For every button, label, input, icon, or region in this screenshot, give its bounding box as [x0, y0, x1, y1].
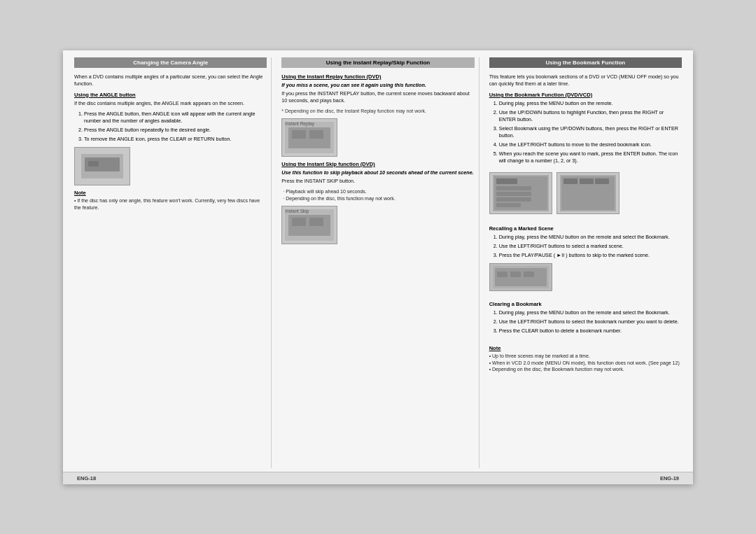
col3-clear-step-3: Press the CLEAR button to delete a bookm… — [499, 328, 682, 335]
col1-steps: Press the ANGLE button, then ANGLE icon … — [84, 111, 267, 143]
svg-rect-20 — [564, 178, 578, 184]
col3-clear-step-1: During play, press the MENU button on th… — [499, 309, 682, 316]
col3-menu-graphic — [493, 175, 549, 211]
col3-note-section: Note • Up to three scenes may be marked … — [489, 345, 682, 373]
col1-angle-heading: Using the ANGLE button — [74, 92, 267, 98]
svg-rect-15 — [496, 192, 531, 196]
svg-rect-14 — [496, 186, 531, 190]
col1-screen-image — [74, 147, 130, 185]
col2-skip-bold: Use this function to skip playback about… — [281, 169, 474, 176]
svg-rect-25 — [497, 272, 507, 277]
col3-clear-section: Clearing a Bookmark During play, press t… — [489, 297, 682, 338]
svg-rect-13 — [496, 178, 517, 184]
col1-note-section: Note • If the disc has only one angle, t… — [74, 190, 267, 211]
svg-rect-26 — [510, 272, 521, 277]
col3-recall-step-3: Press the PLAY/PAUSE ( ►II ) buttons to … — [499, 252, 682, 259]
column-3: Using the Bookmark Function This feature… — [485, 57, 686, 468]
svg-rect-6 — [309, 130, 323, 139]
manual-page: Changing the Camera Angle When a DVD con… — [63, 50, 693, 484]
svg-rect-5 — [292, 130, 306, 139]
col3-intro: This feature lets you bookmark sections … — [489, 73, 682, 87]
col3-note-bullet-3: • Depending on the disc, the Bookmark fu… — [489, 366, 682, 373]
svg-rect-22 — [595, 178, 609, 184]
content-area: Changing the Camera Angle When a DVD con… — [63, 50, 693, 472]
col3-recall-graphic — [493, 266, 549, 288]
footer-right: ENG-19 — [660, 475, 679, 482]
col3-note-bullet-2: • When in VCD 2.0 mode (MENU ON mode), t… — [489, 360, 682, 367]
col3-step-2: Use the UP/DOWN buttons to highlight Fun… — [499, 109, 682, 123]
col2-replay-text: If you press the INSTANT REPLAY button, … — [281, 90, 474, 104]
column-2: Using the Instant Replay/Skip Function U… — [277, 57, 479, 468]
col1-step-3: To remove the ANGLE icon, press the CLEA… — [84, 136, 267, 143]
col3-bookmark-select-image — [556, 172, 620, 214]
col2-skip-dash2: · Depending on the disc, this function m… — [281, 195, 474, 202]
col3-bookmark-steps: During play, press the MENU button on th… — [499, 100, 682, 165]
col1-step-2: Press the ANGLE button repeatedly to the… — [84, 127, 267, 134]
col3-recall-step-2: Use the LEFT/RIGHT buttons to select a m… — [499, 243, 682, 250]
col1-header: Changing the Camera Angle — [74, 57, 267, 68]
col3-step-5: When you reach the scene you want to mar… — [499, 150, 682, 164]
footer-left: ENG-18 — [77, 475, 96, 482]
col3-note-bullet-1: • Up to three scenes may be marked at a … — [489, 353, 682, 360]
col3-right-sections: Recalling a Marked Scene During play, pr… — [489, 221, 682, 373]
col3-bookmark-menu-image — [489, 172, 552, 214]
col2-replay-image: Instant Replay — [281, 118, 337, 157]
col3-clear-heading: Clearing a Bookmark — [489, 301, 682, 307]
col1-intro: When a DVD contains multiple angles of a… — [74, 73, 267, 87]
svg-rect-10 — [309, 218, 323, 226]
svg-rect-9 — [292, 218, 306, 226]
svg-rect-17 — [496, 203, 521, 207]
col3-step-4: Use the LEFT/RIGHT buttons to move to th… — [499, 141, 682, 148]
col3-bookmark-heading: Using the Bookmark Function (DVD/VCD) — [489, 92, 682, 98]
col3-header: Using the Bookmark Function — [489, 57, 682, 68]
col3-clear-step-2: Use the LEFT/RIGHT buttons to select the… — [499, 318, 682, 325]
col3-images-row — [489, 168, 682, 218]
col3-note-label: Note — [489, 345, 682, 351]
column-1: Changing the Camera Angle When a DVD con… — [70, 57, 272, 468]
col2-skip-image-label: Instant Skip — [285, 209, 309, 213]
col2-replay-bold: If you miss a scene, you can see it agai… — [281, 82, 474, 88]
col2-replay-heading: Using the Instant Replay function (DVD) — [281, 73, 474, 80]
footer: ENG-18 ENG-19 — [63, 472, 693, 484]
col3-recall-step-1: During play, press the MENU button on th… — [499, 234, 682, 241]
col2-replay-note: * Depending on the disc, the Instant Rep… — [281, 108, 474, 114]
col2-skip-graphic — [285, 209, 334, 241]
col3-recall-heading: Recalling a Marked Scene — [489, 225, 682, 232]
col3-step-3: Select Bookmark using the UP/DOWN button… — [499, 125, 682, 139]
col1-step-1: Press the ANGLE button, then ANGLE icon … — [84, 111, 267, 125]
svg-rect-16 — [496, 197, 531, 202]
svg-rect-27 — [524, 272, 534, 277]
col1-angle-intro: If the disc contains multiple angles, th… — [74, 100, 267, 107]
col3-select-graphic — [560, 175, 616, 211]
svg-rect-2 — [88, 161, 99, 167]
col2-skip-heading: Using the Instant Skip function (DVD) — [281, 161, 474, 167]
col3-recall-image — [489, 263, 552, 291]
col2-replay-image-label: Instant Replay — [285, 121, 314, 126]
col2-skip-text: Press the INSTANT SKIP button. — [281, 178, 474, 185]
col2-replay-graphic — [285, 122, 334, 153]
col3-recall-steps: During play, press the MENU button on th… — [499, 234, 682, 259]
col2-skip-image: Instant Skip — [281, 206, 337, 244]
col2-header: Using the Instant Replay/Skip Function — [281, 57, 474, 68]
svg-rect-21 — [580, 178, 594, 184]
col3-clear-steps: During play, press the MENU button on th… — [499, 309, 682, 335]
col1-screen-graphic — [81, 154, 123, 178]
col3-recall-section: Recalling a Marked Scene During play, pr… — [489, 221, 682, 293]
col3-step-1: During play, press the MENU button on th… — [499, 100, 682, 107]
col1-note-text: • If the disc has only one angle, this f… — [74, 197, 267, 211]
col2-skip-dash1: · Playback will skip ahead 10 seconds. — [281, 188, 474, 195]
col1-note-label: Note — [74, 190, 267, 196]
